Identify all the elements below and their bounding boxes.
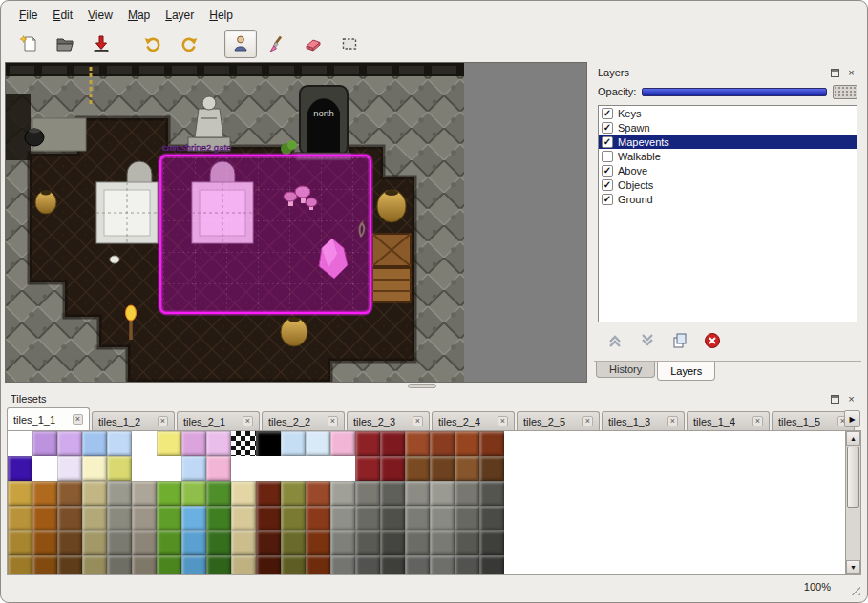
dock-tab-layers[interactable]: Layers [657,362,715,381]
palette-tile[interactable] [479,431,504,456]
palette-tile[interactable] [107,456,132,481]
palette-tile[interactable] [8,555,32,575]
palette-tile[interactable] [405,481,430,506]
palette-tile[interactable] [8,506,32,530]
palette-tile[interactable] [206,456,231,481]
palette-tile[interactable] [330,431,355,456]
menu-view[interactable]: View [81,7,119,24]
palette-tile[interactable] [306,555,330,575]
menu-file[interactable]: File [12,7,44,24]
tileset-tab-tiles_1_5[interactable]: tiles_1_5× [772,411,855,430]
palette-tile[interactable] [181,555,206,575]
tileset-tab-tiles_1_4[interactable]: tiles_1_4× [687,411,770,430]
layer-row-objects[interactable]: ✓Objects [599,177,857,192]
palette-tile[interactable] [32,555,57,575]
palette-tile[interactable] [479,530,504,555]
palette-tile[interactable] [32,431,57,456]
scrollbar-track[interactable] [846,446,860,560]
close-icon[interactable]: × [845,393,857,405]
palette-tile[interactable] [32,506,57,530]
palette-tile[interactable] [132,481,157,506]
palette-tile[interactable] [281,481,306,506]
palette-tile[interactable] [206,530,231,555]
palette-tile[interactable] [281,506,306,530]
palette-tile[interactable] [355,481,380,506]
selection-overlay[interactable] [160,156,370,313]
opacity-slider[interactable] [642,88,827,96]
palette-tile[interactable] [231,555,256,575]
palette-tile[interactable] [430,530,455,555]
layer-row-keys[interactable]: ✓Keys [599,106,857,120]
palette-tile[interactable] [380,431,405,456]
layer-visibility-checkbox[interactable]: ✓ [602,136,613,148]
palette-tile[interactable] [330,555,355,575]
palette-tile[interactable] [306,431,330,456]
tileset-tab-tiles_2_2[interactable]: tiles_2_2× [262,411,345,430]
palette-tile[interactable] [181,506,206,530]
palette-tile[interactable] [479,555,504,575]
palette-tile[interactable] [8,431,32,456]
tab-close-icon[interactable]: × [667,416,678,426]
raise-layer-button[interactable] [605,331,625,350]
palette-tile[interactable] [82,431,107,456]
palette-tile[interactable] [8,456,32,481]
layer-visibility-checkbox[interactable]: ✓ [602,165,613,177]
palette-tile[interactable] [380,481,405,506]
tab-close-icon[interactable]: × [243,416,253,426]
palette-tile[interactable] [57,456,82,481]
tileset-tab-tiles_1_3[interactable]: tiles_1_3× [602,411,685,430]
tab-close-icon[interactable]: × [328,416,338,426]
palette-tile[interactable] [107,481,132,506]
tab-close-icon[interactable]: × [413,416,423,426]
palette-tile[interactable] [231,506,256,530]
palette-tile[interactable] [181,456,206,481]
palette-tile[interactable] [281,555,306,575]
palette-tile[interactable] [256,555,281,575]
palette-tile[interactable] [330,506,355,530]
palette-tile[interactable] [380,456,405,481]
palette-tile[interactable] [281,431,306,456]
palette-tile[interactable] [256,530,281,555]
palette-tile[interactable] [206,431,231,456]
palette-tile[interactable] [455,530,479,555]
tileset-tab-tiles_2_1[interactable]: tiles_2_1× [177,411,260,430]
tileset-tab-tiles_2_4[interactable]: tiles_2_4× [432,411,515,430]
save-map-button[interactable] [85,30,117,58]
tab-close-icon[interactable]: × [582,416,593,426]
palette-tile[interactable] [8,530,32,555]
scrollbar-thumb[interactable] [847,447,859,508]
menu-layer[interactable]: Layer [159,7,201,24]
tab-close-icon[interactable]: × [498,416,508,426]
layer-visibility-checkbox[interactable]: ✓ [602,122,613,134]
tab-close-icon[interactable]: × [73,414,83,425]
layer-row-spawn[interactable]: ✓Spawn [599,120,857,135]
tab-close-icon[interactable]: × [158,416,168,426]
tab-close-icon[interactable]: × [752,416,763,426]
palette-tile[interactable] [231,431,256,456]
menu-map[interactable]: Map [121,7,157,24]
palette-tile[interactable] [82,456,107,481]
map-viewport[interactable]: north caveshrine2 gate [5,62,587,383]
palette-tile[interactable] [405,456,430,481]
tileset-scrollbar[interactable]: ▲ ▼ [845,431,860,574]
palette-tile[interactable] [479,506,504,530]
palette-tile[interactable] [132,456,157,481]
layer-visibility-checkbox[interactable]: ✓ [602,108,613,119]
palette-tile[interactable] [132,555,157,575]
palette-tile[interactable] [355,530,380,555]
palette-tile[interactable] [206,555,231,575]
palette-tile[interactable] [455,431,479,456]
palette-tile[interactable] [455,481,479,506]
palette-tile[interactable] [181,530,206,555]
palette-tile[interactable] [281,456,306,481]
layer-visibility-checkbox[interactable]: ✓ [602,194,613,205]
menu-help[interactable]: Help [202,7,240,24]
layer-row-ground[interactable]: ✓Ground [599,192,857,206]
palette-tile[interactable] [430,481,455,506]
palette-tile[interactable] [82,530,107,555]
tileset-tab-tiles_2_5[interactable]: tiles_2_5× [517,411,600,430]
palette-tile[interactable] [355,506,380,530]
palette-tile[interactable] [455,555,479,575]
palette-tile[interactable] [32,530,57,555]
palette-tile[interactable] [380,530,405,555]
